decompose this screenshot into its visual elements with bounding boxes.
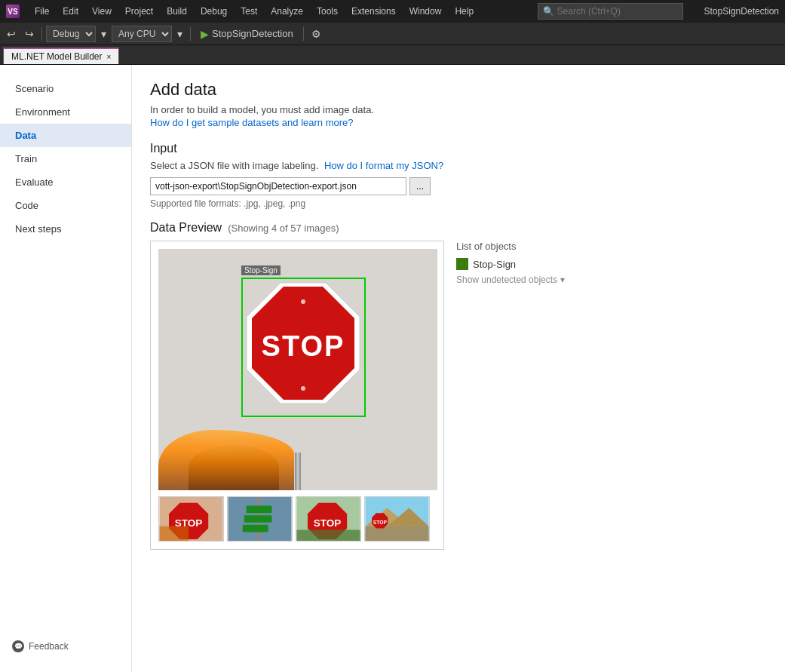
sidebar-item-evaluate[interactable]: Evaluate (0, 170, 131, 194)
menu-build[interactable]: Build (161, 5, 193, 18)
undo-btn[interactable]: ↩ (3, 26, 20, 41)
tab-strip: ML.NET Model Builder × (0, 45, 785, 65)
svg-rect-18 (296, 530, 360, 542)
svg-rect-12 (247, 506, 272, 514)
tab-close-button[interactable]: × (107, 53, 112, 61)
sidebar-item-train[interactable]: Train (0, 147, 131, 170)
menu-project[interactable]: Project (119, 5, 159, 18)
sep1 (41, 27, 42, 41)
json-format-link[interactable]: How do I format my JSON? (324, 160, 443, 171)
objects-panel: List of objects Stop-Sign Show undetecte… (456, 241, 569, 285)
sidebar-item-next-steps[interactable]: Next steps (0, 217, 131, 241)
menu-help[interactable]: Help (449, 5, 480, 18)
svg-rect-13 (244, 515, 272, 523)
svg-rect-14 (243, 525, 268, 532)
run-icon: ▶ (201, 28, 209, 40)
menu-window[interactable]: Window (403, 5, 448, 18)
feedback-icon: 💬 (12, 640, 24, 652)
config-arrow[interactable]: ▾ (97, 26, 110, 41)
svg-rect-9 (159, 526, 189, 541)
chevron-down-icon: ▾ (560, 275, 565, 285)
data-preview-count: (Showing 4 of 57 images) (228, 222, 339, 234)
sign-post (295, 453, 301, 490)
sidebar: Scenario Environment Data Train Evaluate… (0, 65, 132, 672)
sep2 (190, 27, 191, 41)
search-icon: 🔍 (543, 6, 554, 17)
learn-more-link[interactable]: How do I get sample datasets and learn m… (150, 117, 354, 128)
run-label: StopSignDetection (212, 28, 293, 39)
bbox-label: Stop-Sign (241, 265, 281, 275)
object-item-stop-sign: Stop-Sign (456, 258, 569, 270)
content-area: Add data In order to build a model, you … (132, 65, 785, 672)
sidebar-item-scenario[interactable]: Scenario (0, 77, 131, 100)
trees-right (189, 445, 279, 490)
tab-label: ML.NET Model Builder (11, 51, 103, 62)
main-container: Scenario Environment Data Train Evaluate… (0, 65, 785, 672)
thumb-svg-1: STOP (159, 497, 223, 541)
bounding-box: Stop-Sign (241, 278, 366, 417)
sep3 (303, 27, 304, 41)
thumbnail-2[interactable] (227, 496, 293, 542)
thumb-svg-3: STOP (296, 497, 360, 541)
object-label: Stop-Sign (473, 259, 516, 270)
platform-arrow[interactable]: ▾ (173, 26, 186, 41)
menu-tools[interactable]: Tools (311, 5, 344, 18)
main-image[interactable]: Stop-Sign STOP (158, 249, 437, 490)
feedback-button[interactable]: 💬 Feedback (0, 633, 131, 660)
menu-view[interactable]: View (86, 5, 118, 18)
input-section-desc: Select a JSON file with image labeling. … (150, 160, 767, 171)
data-preview-title: Data Preview (150, 221, 222, 235)
menu-debug[interactable]: Debug (195, 5, 233, 18)
run-button[interactable]: ▶ StopSignDetection (195, 26, 299, 41)
vs-logo: VS (6, 5, 20, 18)
redo-btn[interactable]: ↪ (21, 26, 38, 41)
file-path-input[interactable] (150, 177, 406, 195)
object-color-swatch (456, 258, 468, 270)
svg-text:STOP: STOP (314, 517, 342, 529)
browse-button[interactable]: ... (409, 177, 431, 195)
sidebar-item-data[interactable]: Data (0, 124, 131, 147)
data-preview-header: Data Preview (Showing 4 of 57 images) (150, 221, 767, 235)
thumb-svg-4: STOP (365, 497, 429, 541)
tab-model-builder[interactable]: ML.NET Model Builder × (3, 48, 119, 64)
page-subtitle: In order to build a model, you must add … (150, 104, 767, 115)
format-hint: Supported file formats: .jpg, .jpeg, .pn… (150, 198, 767, 209)
thumbnail-3[interactable]: STOP (296, 496, 361, 542)
sidebar-item-environment[interactable]: Environment (0, 100, 131, 124)
search-bar[interactable]: 🔍 (538, 3, 683, 20)
thumbnail-1[interactable]: STOP (158, 496, 224, 542)
search-input[interactable] (557, 6, 678, 17)
file-input-row: ... (150, 177, 767, 195)
toolbar: ↩ ↪ Debug ▾ Any CPU ▾ ▶ StopSignDetectio… (0, 23, 785, 45)
thumb-svg-2 (228, 497, 292, 541)
image-preview-container: Stop-Sign STOP (150, 241, 444, 550)
thumbnail-strip: STOP (158, 496, 436, 542)
menu-extensions[interactable]: Extensions (345, 5, 402, 18)
toolbar-extra[interactable]: ⚙ (308, 26, 325, 41)
platform-select[interactable]: Any CPU (112, 26, 172, 42)
svg-text:STOP: STOP (373, 520, 388, 525)
svg-rect-22 (365, 526, 428, 541)
menu-file[interactable]: File (29, 5, 55, 18)
objects-panel-title: List of objects (456, 241, 569, 252)
show-undetected-button[interactable]: Show undetected objects ▾ (456, 275, 569, 285)
menu-test[interactable]: Test (235, 5, 263, 18)
debug-config-select[interactable]: Debug (46, 26, 96, 42)
thumbnail-4[interactable]: STOP (364, 496, 430, 542)
sidebar-item-code[interactable]: Code (0, 194, 131, 217)
app-name: StopSignDetection (704, 6, 779, 17)
menu-analyze[interactable]: Analyze (265, 5, 309, 18)
titlebar: VS File Edit View Project Build Debug Te… (0, 0, 785, 23)
menu-edit[interactable]: Edit (57, 5, 84, 18)
input-section-title: Input (150, 142, 767, 155)
feedback-label: Feedback (29, 641, 69, 652)
menu-bar: File Edit View Project Build Debug Test … (29, 5, 480, 18)
page-title: Add data (150, 80, 767, 100)
preview-area: Stop-Sign STOP (150, 241, 767, 550)
